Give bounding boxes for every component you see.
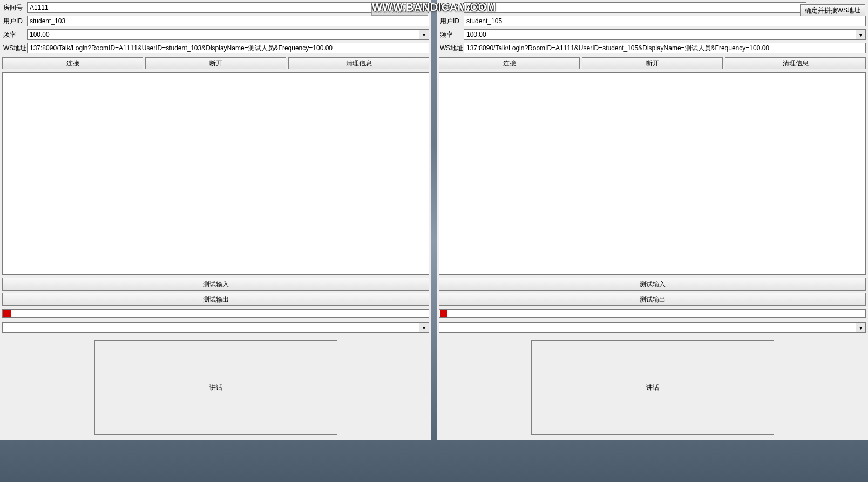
right-client-window: 确定并拼接WS地址 房间号 用户ID 频率 WS地址 [437, 0, 868, 440]
user-input[interactable] [27, 16, 429, 26]
action-button-row: 连接 断开 清理信息 [437, 55, 868, 71]
level-fill [3, 310, 11, 317]
chevron-down-icon[interactable] [419, 29, 429, 40]
user-input[interactable] [464, 16, 866, 26]
device-input[interactable] [2, 322, 419, 333]
log-textarea[interactable] [439, 72, 866, 275]
freq-dropdown[interactable] [464, 29, 866, 40]
disconnect-button[interactable]: 断开 [145, 57, 286, 69]
ws-input[interactable] [27, 43, 429, 53]
clear-button[interactable]: 清理信息 [288, 57, 429, 69]
user-label: 用户ID [2, 17, 27, 26]
talk-label: 讲话 [209, 383, 222, 392]
room-label: 房间号 [2, 3, 27, 12]
log-textarea[interactable] [2, 72, 429, 275]
disconnect-button[interactable]: 断开 [582, 57, 723, 69]
desktop: 确定并拼接WS地址 房间号 用户ID 频率 WS地址 [0, 0, 868, 482]
room-input[interactable] [464, 2, 806, 13]
test-output-button[interactable]: 测试输出 [439, 293, 866, 306]
chevron-down-icon[interactable] [419, 322, 429, 333]
chevron-down-icon[interactable] [856, 322, 866, 333]
freq-input[interactable] [464, 29, 856, 40]
test-input-button[interactable]: 测试输入 [2, 278, 429, 291]
action-button-row: 连接 断开 清理信息 [0, 55, 431, 71]
device-input[interactable] [439, 322, 856, 333]
talk-label: 讲话 [646, 383, 659, 392]
room-label: 房间号 [439, 3, 464, 12]
clear-button[interactable]: 清理信息 [725, 57, 866, 69]
talk-button[interactable]: 讲话 [94, 340, 337, 435]
level-meter [2, 309, 429, 318]
test-output-button[interactable]: 测试输出 [2, 293, 429, 306]
freq-label: 频率 [2, 30, 27, 39]
connect-button[interactable]: 连接 [439, 57, 580, 69]
ws-label: WS地址 [439, 44, 464, 53]
level-meter [439, 309, 866, 318]
level-fill [440, 310, 447, 317]
ws-input[interactable] [464, 43, 866, 53]
talk-button[interactable]: 讲话 [531, 340, 774, 435]
freq-input[interactable] [27, 29, 419, 40]
ws-label: WS地址 [2, 44, 27, 53]
confirm-ws-button[interactable]: 确定并拼接WS地址 [371, 4, 428, 16]
chevron-down-icon[interactable] [856, 29, 866, 40]
confirm-ws-button[interactable]: 确定并拼接WS地址 [800, 4, 865, 16]
test-input-button[interactable]: 测试输入 [439, 278, 866, 291]
freq-label: 频率 [439, 30, 464, 39]
connect-button[interactable]: 连接 [2, 57, 143, 69]
room-input[interactable] [27, 2, 429, 13]
freq-dropdown[interactable] [27, 29, 429, 40]
device-dropdown[interactable] [439, 322, 866, 333]
user-label: 用户ID [439, 17, 464, 26]
device-dropdown[interactable] [2, 322, 429, 333]
left-client-window: 确定并拼接WS地址 房间号 用户ID 频率 WS地址 [0, 0, 431, 440]
